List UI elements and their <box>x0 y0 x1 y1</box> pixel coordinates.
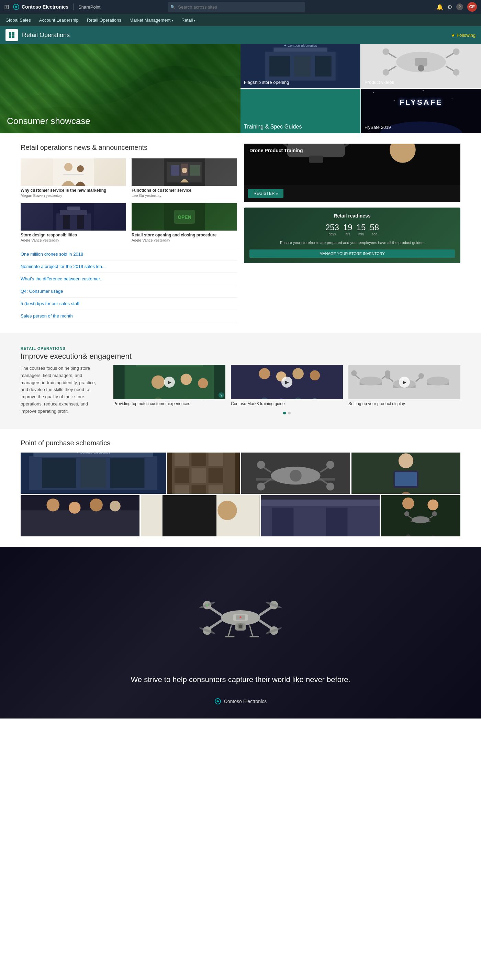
news-card-retail-store[interactable]: OPEN Retail store opening and closing pr… <box>132 203 237 242</box>
card-title-3: Store design responsibilities <box>21 232 126 237</box>
search-container <box>168 2 305 12</box>
apps-icon[interactable]: ⊞ <box>4 3 9 11</box>
nav-market-management[interactable]: Market Management <box>130 18 173 23</box>
carousel-dot-1[interactable] <box>283 412 286 414</box>
play-icon-1: ▶ <box>164 377 175 388</box>
video-card-1[interactable]: ▶ ? Providing top notch customer experie… <box>113 365 225 406</box>
pop-img-2[interactable] <box>167 453 240 494</box>
hero-tile-flysafe[interactable]: FLYSAFE FlySafe 2019 <box>361 89 481 133</box>
card-author-1: Megan Bowen yesterday <box>21 194 126 197</box>
svg-text:✦ Contoso Electronics: ✦ Contoso Electronics <box>284 44 317 48</box>
svg-rect-44 <box>63 215 70 229</box>
video-card-2[interactable]: ▶ Contoso Mark8 training guide <box>231 365 343 406</box>
manage-inventory-button[interactable]: MANAGE YOUR STORE INVENTORY <box>249 250 455 258</box>
news-cards: Why customer service is the new marketin… <box>21 158 237 242</box>
svg-point-21 <box>453 69 459 76</box>
carousel-dot-2[interactable] <box>288 412 291 414</box>
hero-grid: ✦ Contoso Electronics Flagship store ope… <box>240 44 481 133</box>
pop-grid-bottom <box>21 495 460 536</box>
card-title-1: Why customer service is the new marketin… <box>21 188 126 193</box>
footer-drone-image <box>189 570 292 666</box>
pop-img-6[interactable] <box>141 495 260 536</box>
pop-img-7[interactable] <box>261 495 380 536</box>
svg-rect-134 <box>272 508 294 536</box>
top-bar: ⊞ Contoso Electronics SharePoint 🔔 ⚙ ? C… <box>0 0 481 14</box>
svg-point-115 <box>326 482 334 490</box>
svg-point-113 <box>326 461 334 469</box>
search-input[interactable] <box>168 2 305 12</box>
svg-rect-92 <box>110 458 144 488</box>
footer-hero: We strive to help consumers capture thei… <box>0 547 481 719</box>
hero-flagship-label: Flagship store opening <box>244 80 289 85</box>
pop-img-3[interactable] <box>241 453 350 494</box>
svg-rect-122 <box>21 510 140 536</box>
improve-grid: The courses focus on helping store manag… <box>21 365 460 415</box>
svg-point-126 <box>110 501 120 511</box>
video-thumb-3: ▶ <box>348 365 460 399</box>
svg-point-20 <box>383 69 389 76</box>
pop-img-8[interactable] <box>381 495 460 536</box>
svg-point-70 <box>292 368 304 379</box>
pop-img-4[interactable] <box>351 453 460 494</box>
svg-point-84 <box>419 373 424 379</box>
hero-tile-flagship[interactable]: ✦ Contoso Electronics Flagship store ope… <box>240 44 360 88</box>
avatar[interactable]: CE <box>467 2 477 12</box>
hero-main[interactable]: Consumer showcase <box>0 44 240 133</box>
svg-text:✦ Contoso Electronics: ✦ Contoso Electronics <box>76 453 110 454</box>
svg-text:OPEN: OPEN <box>178 215 191 220</box>
video-caption-3: Setting up your product display <box>348 401 460 406</box>
bell-icon[interactable]: 🔔 <box>437 4 443 10</box>
news-list-item-5[interactable]: Sales person of the month <box>21 310 237 322</box>
hero-training-label: Training & Spec Guides <box>244 124 302 130</box>
svg-rect-45 <box>77 215 84 229</box>
svg-rect-8 <box>269 56 290 76</box>
svg-rect-138 <box>381 495 460 536</box>
flysafe-brand: FLYSAFE <box>399 98 443 107</box>
svg-rect-61 <box>136 365 203 366</box>
svg-point-123 <box>46 498 59 511</box>
video-thumb-2: ▶ <box>231 365 343 399</box>
svg-point-26 <box>394 100 395 102</box>
svg-rect-2 <box>12 32 14 35</box>
site-logo[interactable]: Contoso Electronics <box>13 3 68 10</box>
footer-tagline: We strive to help consumers capture thei… <box>130 675 350 684</box>
retail-readiness-title: Retail readiness <box>249 213 455 218</box>
svg-point-170 <box>206 604 208 606</box>
settings-icon[interactable]: ⚙ <box>447 4 452 10</box>
news-card-customer-service[interactable]: Why customer service is the new marketin… <box>21 158 126 197</box>
svg-rect-4 <box>12 35 14 38</box>
svg-rect-90 <box>42 458 76 488</box>
drone-register-button[interactable]: REGISTER » <box>248 189 283 198</box>
pop-img-5[interactable] <box>21 495 140 536</box>
news-card-functions[interactable]: Functions of customer service Lee Gu yes… <box>132 158 237 197</box>
card-title-2: Functions of customer service <box>132 188 237 193</box>
svg-point-63 <box>181 374 192 385</box>
improve-label: RETAIL OPERATIONS <box>21 346 460 350</box>
news-card-store-design[interactable]: Store design responsibilities Adele Vanc… <box>21 203 126 242</box>
news-section: Retail operations news & announcements W… <box>0 133 481 332</box>
nav-account-leadership[interactable]: Account Leadership <box>39 18 79 23</box>
countdown-minutes: 15 min <box>357 223 366 236</box>
svg-rect-22 <box>415 58 427 66</box>
follow-button[interactable]: ★ Following <box>451 33 476 38</box>
svg-point-86 <box>427 377 449 385</box>
hero-tile-training[interactable]: Training & Spec Guides <box>240 89 360 133</box>
nav-global-sales[interactable]: Global Sales <box>5 18 31 23</box>
drone-training-title: Drone Product Training <box>249 148 303 153</box>
improve-section: RETAIL OPERATIONS Improve execution& eng… <box>0 332 481 429</box>
svg-point-33 <box>77 165 84 172</box>
card-author-2: Lee Gu yesterday <box>132 194 237 197</box>
news-list-item-1[interactable]: Nominate a project for the 2019 sales le… <box>21 261 237 273</box>
news-list-item-2[interactable]: What's the difference between customer..… <box>21 273 237 285</box>
svg-point-124 <box>69 502 81 514</box>
hero-tile-product[interactable]: Product videos <box>361 44 481 88</box>
footer-brand-label: Contoso Electronics <box>224 698 267 704</box>
video-card-3[interactable]: ▶ Setting up your product display <box>348 365 460 406</box>
nav-retail[interactable]: Retail <box>181 18 195 23</box>
news-list-item-4[interactable]: 5 (best) tips for our sales staff <box>21 298 237 310</box>
nav-retail-operations[interactable]: Retail Operations <box>87 18 121 23</box>
pop-img-1[interactable]: ✦ Contoso Electronics <box>21 453 166 494</box>
help-icon[interactable]: ? <box>456 3 463 10</box>
news-list-item-0[interactable]: One million drones sold in 2018 <box>21 248 237 261</box>
news-list-item-3[interactable]: Q4: Consumer usage <box>21 285 237 298</box>
